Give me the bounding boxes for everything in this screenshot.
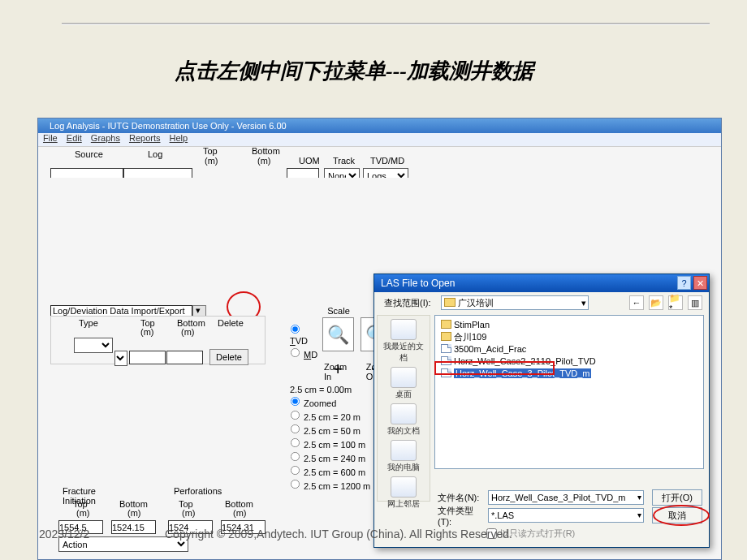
place-mydocs[interactable]: 我的文档	[380, 403, 427, 437]
menu-edit[interactable]: Edit	[67, 133, 82, 143]
slide-divider	[62, 23, 710, 24]
highlight-open-button	[653, 505, 710, 526]
lower-top-input[interactable]	[129, 351, 166, 364]
col-track: Track	[333, 156, 355, 166]
menu-graphs[interactable]: Graphs	[91, 133, 120, 143]
col-source: Source	[75, 149, 103, 159]
dialog-close-icon[interactable]: ✕	[693, 276, 707, 290]
filename-label: 文件名(N):	[438, 492, 485, 504]
perf-label: Perforations	[174, 486, 222, 496]
place-mycomp[interactable]: 我的电脑	[380, 440, 427, 473]
col-log: Log	[148, 149, 162, 159]
perf-bottom-m: (m)	[233, 508, 247, 518]
file-item[interactable]: 3500m_Acid_Frac	[438, 343, 700, 355]
lcol-bottom-m: (m)	[181, 327, 195, 337]
col-uom: UOM	[299, 156, 320, 166]
zoom-in-label: Zoom In	[324, 362, 348, 381]
col-tvdmd: TVD/MD	[370, 156, 404, 166]
zoom-in-button[interactable]: 🔍+	[322, 317, 354, 351]
menu-reports[interactable]: Reports	[129, 133, 161, 143]
nav-up-icon[interactable]: 📂	[649, 295, 663, 310]
places-bar: 我最近的文档 桌面 我的文档 我的电脑 网上邻居	[377, 315, 430, 502]
nav-view-icon[interactable]: ▥	[688, 295, 702, 310]
folder-icon	[441, 320, 451, 329]
file-icon	[441, 344, 451, 353]
open-button[interactable]: 打开(O)	[652, 489, 702, 506]
lower-bottom-input[interactable]	[166, 351, 203, 364]
menu-file[interactable]: File	[43, 133, 58, 143]
delete-button[interactable]: Delete	[209, 349, 248, 365]
lower-panel: Type Top (m) Bottom (m) Delete Delete	[50, 316, 266, 364]
timestamp: 2023/12/2	[39, 528, 89, 541]
copyright: Copyright © 2009,Andytech. IUT Group (Ch…	[165, 528, 512, 541]
dialog-title: LAS File to Open ? ✕	[374, 274, 709, 292]
lcol-top-m: (m)	[140, 327, 154, 337]
menu-help[interactable]: Help	[170, 133, 188, 143]
menubar: File Edit Graphs Reports Help	[38, 133, 721, 147]
lcol-type: Type	[79, 318, 98, 328]
dialog-help-icon[interactable]: ?	[677, 276, 691, 290]
file-open-dialog: LAS File to Open ? ✕ 查找范围(I): 广汉培训▾ ← 📂 …	[374, 274, 710, 548]
place-recent[interactable]: 我最近的文档	[380, 319, 427, 364]
col-bottom: Bottom	[252, 146, 280, 156]
folder-icon	[441, 332, 451, 341]
look-in-select[interactable]: 广汉培训▾	[441, 295, 589, 310]
highlight-selected-file	[434, 361, 555, 375]
scale-tvd[interactable]: TVD	[290, 324, 319, 346]
nav-back-icon[interactable]: ←	[629, 295, 644, 310]
file-item[interactable]: 合川109	[438, 331, 700, 343]
window-titlebar: Log Analysis - IUTG Demonstration Use On…	[38, 118, 721, 133]
file-item[interactable]: StimPlan	[438, 319, 700, 331]
place-network[interactable]: 网上邻居	[380, 476, 427, 510]
scale-md[interactable]: MD	[290, 347, 319, 360]
lcol-delete: Delete	[218, 318, 244, 328]
nav-newfolder-icon[interactable]: 📁*	[668, 295, 683, 310]
type-select[interactable]	[74, 338, 113, 353]
file-list[interactable]: StimPlan 合川109 3500m_Acid_Frac Horz_Well…	[434, 315, 704, 469]
filetype-label: 文件类型(T):	[438, 505, 485, 527]
filetype-combo[interactable]: *.LAS	[488, 508, 644, 523]
type-select-2[interactable]	[114, 351, 127, 366]
col-top-m: (m)	[205, 156, 218, 166]
slide-instruction: 点击左侧中间下拉菜单---加载测井数据	[175, 57, 533, 85]
frac-v2[interactable]	[111, 520, 156, 534]
col-top: Top	[203, 146, 218, 156]
frac-bottom-m: (m)	[127, 508, 141, 518]
filename-combo[interactable]: Horz_Well_Case_3_Pilot_TVD_m	[488, 490, 644, 505]
dialog-nav-icons: ← 📂 📁* ▥	[629, 295, 702, 310]
perf-top-m: (m)	[182, 508, 196, 518]
col-bottom-m: (m)	[257, 156, 271, 166]
frac-top-m: (m)	[76, 508, 90, 518]
place-desktop[interactable]: 桌面	[380, 367, 427, 400]
folder-icon	[444, 298, 456, 307]
look-in-label: 查找范围(I):	[384, 297, 430, 309]
